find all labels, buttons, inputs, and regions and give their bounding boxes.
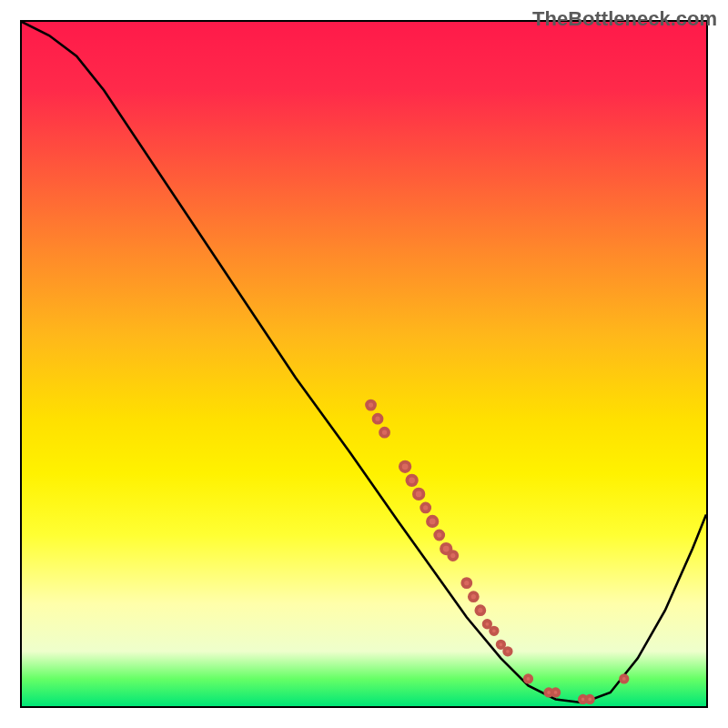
data-point	[407, 476, 417, 486]
data-point	[490, 628, 498, 635]
data-point	[498, 642, 505, 649]
data-point	[421, 503, 430, 511]
scatter-points-group	[367, 401, 628, 703]
data-point	[367, 401, 375, 410]
data-point	[414, 490, 424, 500]
watermark-text: TheBottleneck.com	[532, 7, 717, 31]
data-point	[470, 592, 478, 601]
data-point	[586, 696, 593, 703]
data-point	[374, 415, 382, 423]
data-point	[484, 621, 491, 628]
data-point	[380, 429, 389, 437]
data-point	[435, 531, 443, 539]
data-point	[504, 648, 511, 655]
data-point	[525, 675, 532, 682]
chart-plot-area	[20, 20, 708, 708]
data-point	[621, 675, 628, 682]
data-point	[400, 462, 410, 472]
data-point	[552, 689, 560, 696]
chart-svg	[22, 22, 706, 706]
data-point	[462, 579, 470, 587]
data-point	[428, 517, 438, 527]
data-point	[476, 606, 484, 614]
data-point	[449, 551, 457, 560]
bottleneck-curve	[22, 22, 706, 703]
